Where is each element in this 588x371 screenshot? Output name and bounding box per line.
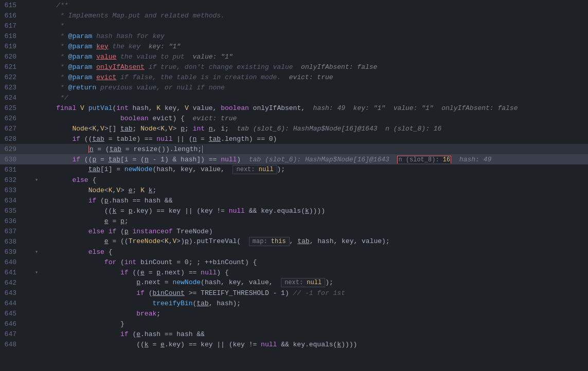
table-row: 648 ((k = e.key) == key || (key != null … <box>0 339 588 349</box>
line-number: 616 <box>0 12 23 20</box>
line-number: 644 <box>0 300 23 307</box>
line-number: 623 <box>0 84 23 91</box>
table-row: 623 * @return previous value, or null if… <box>0 82 588 92</box>
code-content: } <box>40 320 584 328</box>
table-row: 622 * @param evict if false, the table i… <box>0 72 588 82</box>
line-number: 629 <box>0 145 23 153</box>
code-content: tab[i] = newNode(hash, key, value, next:… <box>40 165 584 174</box>
table-row: 628 if ((tab = table) == null || (n = ta… <box>0 134 588 144</box>
line-number: 630 <box>0 156 23 163</box>
table-row: 636 e = p; <box>0 216 588 226</box>
code-content: e = p; <box>40 217 584 225</box>
code-content: * @param key the key key: "1" <box>40 43 584 50</box>
code-content: if ((e = p.next) == null) { <box>40 269 584 276</box>
code-content: * <box>40 22 584 30</box>
code-content: if (e.hash == hash && <box>40 330 584 338</box>
line-number: 639 <box>0 248 23 256</box>
table-row: 642 p.next = newNode(hash, key, value, n… <box>0 277 588 288</box>
code-content: */ <box>40 94 584 102</box>
line-number: 633 <box>0 187 23 194</box>
code-content: else if (p instanceof TreeNode) <box>40 228 584 235</box>
table-row: 624 */ <box>0 92 588 103</box>
code-content: final V putVal(int hash, K key, V value,… <box>40 104 584 112</box>
table-row: 630 if ((p = tab[i = (n - 1) & hash]) ==… <box>0 154 588 164</box>
code-content: if (p.hash == hash && <box>40 197 584 205</box>
line-number: 646 <box>0 320 23 328</box>
code-content: ((k = p.key) == key || (key != null && k… <box>40 207 584 215</box>
collapse-arrow: ▾ <box>33 249 40 255</box>
table-row: 643 if (binCount >= TREEIFY_THRESHOLD - … <box>0 288 588 298</box>
table-row: 638 e = ((TreeNode<K,V>)p).putTreeVal( m… <box>0 236 588 247</box>
line-number: 640 <box>0 258 23 266</box>
code-content: * @param hash hash for key <box>40 32 584 40</box>
table-row: 647 if (e.hash == hash && <box>0 329 588 339</box>
table-row: 617 * <box>0 21 588 31</box>
line-number: 638 <box>0 238 23 246</box>
line-number: 621 <box>0 63 23 71</box>
line-number: 648 <box>0 341 23 348</box>
line-number: 615 <box>0 2 23 9</box>
code-content: * @param onlyIfAbsent if true, don't cha… <box>40 63 584 71</box>
line-number: 647 <box>0 330 23 338</box>
table-row: 633 Node<K,V> e; K k; <box>0 185 588 195</box>
table-row: 619 * @param key the key key: "1" <box>0 41 588 51</box>
code-content: for (int binCount = 0; ; ++binCount) { <box>40 258 584 266</box>
table-row: 625 final V putVal(int hash, K key, V va… <box>0 103 588 113</box>
line-number: 625 <box>0 104 23 112</box>
code-editor: 615 /** 616 * Implements Map.put and rel… <box>0 0 588 371</box>
collapse-arrow: ▾ <box>33 177 40 183</box>
code-content: boolean evict) { evict: true <box>40 115 584 122</box>
table-row: 639 ▾ else { <box>0 247 588 257</box>
line-number: 622 <box>0 73 23 81</box>
code-content: else { <box>40 248 584 256</box>
table-row: 627 Node<K,V>[] tab; Node<K,V> p; int n,… <box>0 123 588 134</box>
table-row: 640 for (int binCount = 0; ; ++binCount)… <box>0 257 588 267</box>
code-content: e = ((TreeNode<K,V>)p).putTreeVal( map: … <box>40 237 584 246</box>
line-number: 620 <box>0 53 23 61</box>
code-content: treeifyBin(tab, hash); <box>40 300 584 307</box>
line-number: 631 <box>0 166 23 174</box>
table-row: 644 treeifyBin(tab, hash); <box>0 298 588 308</box>
line-number: 634 <box>0 197 23 205</box>
line-number: 641 <box>0 269 23 276</box>
line-number: 626 <box>0 115 23 122</box>
code-content: p.next = newNode(hash, key, value, next:… <box>40 278 584 287</box>
line-number: 632 <box>0 176 23 184</box>
table-row: 626 boolean evict) { evict: true <box>0 113 588 123</box>
code-content: if (binCount >= TREEIFY_THRESHOLD - 1) /… <box>40 289 584 297</box>
table-row: 618 * @param hash hash for key <box>0 31 588 41</box>
code-content: Node<K,V> e; K k; <box>40 187 584 194</box>
table-row: 641 ▾ if ((e = p.next) == null) { <box>0 267 588 277</box>
code-content: Node<K,V>[] tab; Node<K,V> p; int n, i; … <box>40 125 584 133</box>
table-row: 620 * @param value the value to put valu… <box>0 51 588 62</box>
code-content: * @param evict if false, the table is in… <box>40 73 584 81</box>
code-content: n = (tab = resize()).length; <box>40 145 584 153</box>
code-content: ((k = e.key) == key || (key != null && k… <box>40 341 584 348</box>
code-content: * @param value the value to put value: "… <box>40 53 584 61</box>
collapse-arrow: ▾ <box>33 269 40 275</box>
code-content: break; <box>40 310 584 318</box>
code-content: /** <box>40 2 584 9</box>
line-number: 624 <box>0 94 23 102</box>
line-number: 619 <box>0 43 23 50</box>
code-content: else { <box>40 176 584 184</box>
line-number: 645 <box>0 310 23 318</box>
table-row: 635 ((k = p.key) == key || (key != null … <box>0 206 588 216</box>
line-number: 643 <box>0 289 23 297</box>
table-row: 646 } <box>0 319 588 329</box>
code-content: if ((p = tab[i = (n - 1) & hash]) == nul… <box>40 156 584 163</box>
table-row: 621 * @param onlyIfAbsent if true, don't… <box>0 62 588 72</box>
table-row: 631 tab[i] = newNode(hash, key, value, n… <box>0 164 588 175</box>
line-number: 635 <box>0 207 23 215</box>
line-number: 637 <box>0 228 23 235</box>
line-number: 636 <box>0 217 23 225</box>
code-content: * @return previous value, or null if non… <box>40 84 584 91</box>
table-row: 615 /** <box>0 0 588 10</box>
table-row: 616 * Implements Map.put and related met… <box>0 10 588 21</box>
table-row: 629 n = (tab = resize()).length; <box>0 144 588 154</box>
code-content: * Implements Map.put and related methods… <box>40 12 584 20</box>
line-number: 628 <box>0 135 23 143</box>
line-number: 627 <box>0 125 23 133</box>
line-number: 642 <box>0 279 23 287</box>
line-number: 618 <box>0 32 23 40</box>
